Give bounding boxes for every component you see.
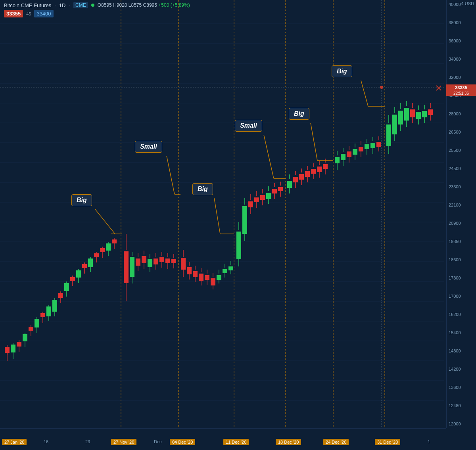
svg-rect-36 <box>23 334 27 341</box>
date-badge-dec31: 31 Dec '20 <box>375 439 400 445</box>
svg-rect-30 <box>11 345 15 352</box>
annotation-small-2: Small <box>235 120 262 132</box>
svg-rect-54 <box>58 293 63 298</box>
svg-rect-225 <box>422 111 427 117</box>
svg-rect-66 <box>82 264 87 268</box>
svg-rect-144 <box>248 201 253 207</box>
svg-rect-78 <box>106 243 111 251</box>
candles-svg <box>0 0 444 428</box>
price-level-17000: 17000 <box>449 294 474 299</box>
price-level-22100: 22100 <box>449 203 474 207</box>
svg-rect-198 <box>365 144 369 149</box>
price-level-28000: 28000 <box>449 111 474 116</box>
svg-rect-138 <box>236 232 241 259</box>
svg-rect-105 <box>165 259 170 263</box>
date-badge-dec24: 24 Dec '20 <box>323 439 349 445</box>
svg-rect-81 <box>112 239 117 243</box>
date-badge-dec18: 18 Dec '20 <box>276 439 301 445</box>
svg-rect-90 <box>136 259 140 266</box>
date-axis: 27 Jan '20 16 23 27 Nov '20 Dec 04 Dec '… <box>0 428 446 450</box>
date-badge-nov27: 27 Nov '20 <box>111 439 136 445</box>
svg-rect-219 <box>410 109 415 117</box>
price-level-23300: 23300 <box>449 184 474 189</box>
price-level-25500: 25500 <box>449 148 474 153</box>
date-label-1: 1 <box>428 439 430 444</box>
ohlc-change: +500 (+5.89%) <box>158 2 190 8</box>
svg-rect-168 <box>299 174 304 180</box>
svg-rect-42 <box>35 319 39 327</box>
candles-area: Big Small Big Small <box>0 0 444 428</box>
svg-rect-204 <box>376 142 381 147</box>
svg-rect-39 <box>29 327 33 331</box>
date-label-23: 23 <box>85 439 90 444</box>
svg-rect-195 <box>359 147 363 151</box>
svg-rect-117 <box>193 271 198 277</box>
svg-rect-99 <box>154 259 158 264</box>
svg-rect-192 <box>353 149 357 155</box>
price-level-34000: 34000 <box>449 57 474 61</box>
svg-rect-60 <box>70 277 75 281</box>
live-dot <box>91 4 94 7</box>
svg-rect-96 <box>148 259 152 267</box>
scale-label: 4 USD <box>459 0 476 7</box>
date-badge-dec11: 11 Dec '20 <box>223 439 249 445</box>
current-price-marker: 33335 22:51:36 <box>446 84 476 96</box>
price-label-small: 45 <box>26 11 31 16</box>
svg-rect-45 <box>40 313 45 317</box>
date-badge-dec4: 04 Dec '20 <box>170 439 195 445</box>
price-level-18600: 18600 <box>449 257 474 262</box>
price-level-13600: 13600 <box>449 385 474 390</box>
price-level-19350: 19350 <box>449 239 474 244</box>
svg-rect-132 <box>223 269 227 273</box>
svg-rect-153 <box>266 193 271 199</box>
svg-rect-150 <box>260 195 265 200</box>
svg-rect-129 <box>217 275 221 280</box>
annotation-big-2: Big <box>192 183 213 195</box>
price-level-32000: 32000 <box>449 75 474 80</box>
ohlc-values: O8595 H9020 L8575 C8995 +500 (+5.89%) <box>98 2 190 8</box>
price-level-17800: 17800 <box>449 276 474 280</box>
annotation-big-3: Big <box>289 108 309 120</box>
svg-rect-48 <box>46 306 51 316</box>
current-price-time: 22:51:36 <box>446 91 476 96</box>
svg-rect-216 <box>404 108 409 121</box>
svg-rect-126 <box>211 278 215 285</box>
svg-rect-210 <box>392 115 397 134</box>
date-label-16: 16 <box>44 439 48 444</box>
svg-rect-141 <box>242 206 247 234</box>
price-level-12480: 12480 <box>449 403 474 408</box>
svg-rect-222 <box>416 112 421 119</box>
svg-point-232 <box>380 86 383 89</box>
date-badge-jan: 27 Jan '20 <box>2 439 27 445</box>
price-level-36000: 36000 <box>449 38 474 43</box>
svg-rect-27 <box>5 347 10 353</box>
svg-rect-63 <box>76 270 81 278</box>
title-row: Bitcoin CME Futures · 1D · CME O8595 H90… <box>4 2 472 8</box>
price-level-16200: 16200 <box>449 312 474 317</box>
svg-rect-171 <box>305 171 310 177</box>
svg-rect-102 <box>159 257 164 262</box>
svg-rect-147 <box>254 197 259 202</box>
svg-rect-69 <box>88 259 93 267</box>
date-label-dec: Dec <box>154 439 162 444</box>
svg-rect-162 <box>287 181 292 188</box>
price-level-15400: 15400 <box>449 330 474 335</box>
annotation-big-1: Big <box>71 194 92 206</box>
svg-rect-228 <box>428 109 433 115</box>
svg-rect-75 <box>100 248 105 252</box>
price-level-24500: 24500 <box>449 166 474 171</box>
current-price-value: 33335 <box>446 84 476 91</box>
svg-rect-51 <box>52 300 57 312</box>
timeframe-label: 1D <box>59 2 66 8</box>
svg-rect-180 <box>323 164 328 169</box>
svg-rect-114 <box>187 267 192 274</box>
svg-rect-135 <box>228 266 233 270</box>
svg-rect-84 <box>124 251 129 283</box>
chart-header: Bitcoin CME Futures · 1D · CME O8595 H90… <box>0 0 476 24</box>
svg-rect-165 <box>293 177 298 182</box>
svg-rect-72 <box>94 253 99 257</box>
price-badge-blue: 33400 <box>34 10 53 17</box>
price-level-20900: 20900 <box>449 221 474 226</box>
svg-rect-201 <box>370 143 375 148</box>
svg-rect-159 <box>278 187 283 191</box>
